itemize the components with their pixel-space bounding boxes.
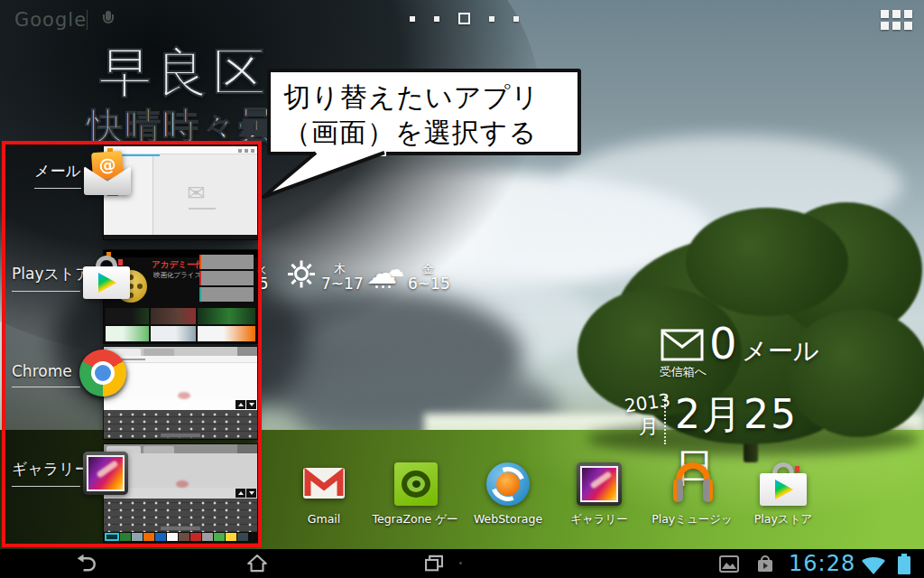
inbox-link[interactable]: 受信箱へ	[655, 364, 711, 380]
page-dot[interactable]	[434, 16, 439, 22]
recent-app-label-gallery[interactable]: ギャラリー	[12, 459, 80, 487]
email-icon[interactable]: @	[83, 152, 132, 197]
battery-icon[interactable]	[898, 554, 910, 574]
weather-location[interactable]: 早良区	[99, 38, 270, 108]
gallery-filmstrip	[104, 532, 257, 542]
callout-tail	[249, 150, 402, 204]
recent-app-label-mail[interactable]: メール	[34, 161, 81, 189]
empty-mail-watermark-icon: ✉	[187, 181, 205, 206]
mail-count-widget[interactable]: 受信箱へ 0 メール	[650, 322, 857, 376]
notification-image-icon[interactable]	[719, 555, 739, 573]
rain-cloud-icon: ☁ ☁	[366, 255, 406, 291]
home-button[interactable]	[245, 552, 269, 575]
dock-label: Playストア	[738, 512, 828, 527]
dock-label: Playミュージッ	[647, 512, 737, 527]
all-apps-grid-icon[interactable]	[881, 10, 912, 30]
home-page-indicator[interactable]	[410, 13, 519, 24]
dock-label: WebStorage	[463, 512, 553, 526]
envelope-icon	[661, 329, 704, 361]
system-navigation-bar: 16:28	[0, 549, 924, 578]
dock-item-playstore[interactable]: Playストア	[738, 461, 828, 527]
sun-icon	[287, 259, 316, 288]
recent-app-label-playstore[interactable]: Playストア	[12, 264, 80, 292]
tegrazone-icon[interactable]	[391, 461, 439, 508]
dock-label: TegraZone ゲー	[370, 512, 460, 527]
forecast-temp: 6~15	[408, 275, 450, 293]
menu-dot	[459, 562, 462, 564]
recent-app-label-chrome[interactable]: Chrome	[12, 362, 80, 387]
playstore-banner-subline: 映画化プライス	[153, 271, 201, 280]
mail-count: 0	[709, 318, 737, 368]
date-widget[interactable]: 2013 月 2月25日	[619, 388, 818, 448]
dock-label: ギャラリー	[554, 512, 644, 527]
dock-item-tegrazone[interactable]: TegraZone ゲー	[370, 461, 460, 527]
status-clock[interactable]: 16:28	[789, 551, 855, 576]
date-divider	[664, 394, 666, 444]
search-divider	[87, 10, 88, 30]
callout-line1: 切り替えたいアプリ	[283, 79, 567, 115]
notification-playstore-icon[interactable]	[756, 555, 774, 573]
recent-apps-panel: メール ✉ @ Playストア アカデミー作品 映画化プライス Chrome	[2, 142, 261, 547]
dock-item-gmail[interactable]: Gmail	[279, 461, 369, 526]
forecast-temp: 7~17	[321, 275, 364, 293]
gallery-icon[interactable]	[83, 452, 128, 495]
recent-apps-button[interactable]	[422, 552, 446, 575]
gallery-icon[interactable]	[575, 461, 624, 508]
date-weekday: 月	[639, 414, 659, 441]
annotation-callout-bubble: 切り替えたいアプリ （画面）を選択する	[267, 69, 581, 155]
webstorage-icon[interactable]	[484, 461, 532, 508]
page-dot[interactable]	[513, 16, 519, 22]
recent-app-thumbnail-chrome[interactable]	[104, 347, 257, 439]
page-dot[interactable]	[410, 16, 415, 22]
page-dot-current[interactable]	[458, 13, 470, 24]
wifi-icon[interactable]	[859, 554, 888, 575]
voice-search-icon[interactable]	[102, 11, 115, 29]
google-search-widget[interactable]: Google	[14, 9, 87, 31]
back-button[interactable]	[74, 552, 97, 575]
weather-forecast-row[interactable]: 水 15 木 7~17 ☁ ☁ 金 6~15	[242, 256, 458, 300]
play-store-icon[interactable]	[83, 256, 130, 299]
mail-count-unit: メール	[742, 334, 818, 368]
gmail-icon[interactable]	[300, 461, 348, 508]
play-music-icon[interactable]	[668, 461, 716, 508]
dock-item-playmusic[interactable]: Playミュージッ	[647, 461, 737, 527]
dock-item-webstorage[interactable]: WebStorage	[463, 461, 553, 526]
dock-item-gallery[interactable]: ギャラリー	[554, 461, 644, 527]
page-dot[interactable]	[489, 16, 494, 22]
dock-label: Gmail	[279, 512, 369, 526]
chrome-icon[interactable]	[79, 350, 126, 396]
callout-line2: （画面）を選択する	[283, 115, 567, 150]
play-store-icon[interactable]	[759, 461, 808, 508]
